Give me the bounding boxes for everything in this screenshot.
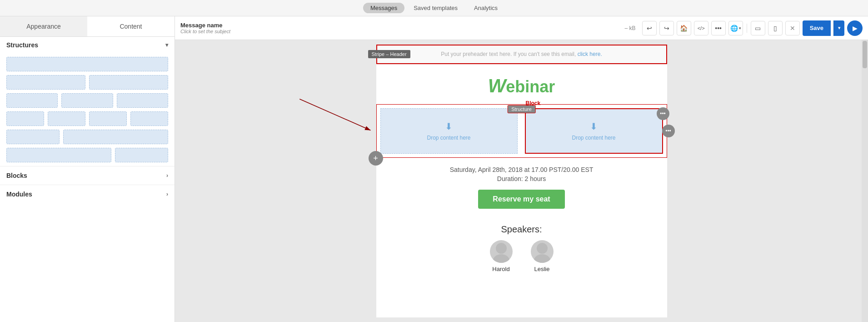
nav-tab-messages[interactable]: Messages <box>363 3 404 13</box>
play-button[interactable]: ▶ <box>847 20 863 36</box>
preheader-text: Put your preheader text here. If you can… <box>441 51 602 57</box>
struct-row-4 <box>6 111 168 126</box>
row-more-options[interactable]: ••• <box>662 125 675 137</box>
webinar-w-letter: W <box>488 75 506 96</box>
structure-4col-3[interactable] <box>89 111 127 126</box>
canvas-area: Stripe – Header Put your preheader text … <box>175 40 868 322</box>
stripe-header-label: Stripe – Header <box>368 50 410 58</box>
stripe-header-block: Stripe – Header Put your preheader text … <box>376 45 667 64</box>
speaker-leslie: Leslie <box>531 240 554 272</box>
structure-2col-right[interactable] <box>89 75 168 90</box>
scrollbar[interactable] <box>862 40 868 322</box>
speaker-leslie-name: Leslie <box>534 266 550 272</box>
redo-button[interactable]: ↪ <box>659 21 674 35</box>
structures-grid <box>0 53 175 166</box>
speakers-section: Speakers: Harold <box>376 217 667 280</box>
home-icon: 🏠 <box>680 25 688 32</box>
chevron-down-icon: ▾ <box>739 26 741 30</box>
preheader-link[interactable]: click here. <box>578 51 602 57</box>
block-more-options[interactable]: ••• <box>657 107 669 120</box>
webinar-header: Webinar <box>376 64 667 104</box>
speaker-harold-name: Harold <box>492 266 509 272</box>
nav-tab-analytics[interactable]: Analytics <box>467 3 505 13</box>
more-button[interactable]: ••• <box>711 21 726 35</box>
panel-tabs: Appearance Content <box>0 16 175 37</box>
drop-text-right: Drop content here <box>572 135 615 141</box>
nav-tab-saved-templates[interactable]: Saved templates <box>406 3 465 13</box>
date-line: Saturday, April 28th, 2018 at 17.00 PST/… <box>385 166 658 173</box>
structure-2unequal-left[interactable] <box>6 130 60 144</box>
desktop-view-button[interactable]: ▭ <box>751 21 765 35</box>
dots-icon: ••• <box>660 111 666 117</box>
structure-2col-left[interactable] <box>6 75 85 90</box>
drop-zones-container: Structure ⬇ Drop content here Block ⬇ Dr… <box>376 104 667 158</box>
speaker-leslie-avatar <box>531 240 554 263</box>
modules-arrow-icon: › <box>166 191 168 197</box>
avatar-harold-img <box>490 240 513 263</box>
scrollbar-thumb <box>863 41 867 68</box>
structure-4col-2[interactable] <box>48 111 85 126</box>
blocks-arrow-icon: › <box>166 172 168 179</box>
preheader-bar[interactable]: Put your preheader text here. If you can… <box>377 45 666 63</box>
undo-button[interactable]: ↩ <box>642 21 657 35</box>
drop-zone-left[interactable]: ⬇ Drop content here <box>380 108 518 154</box>
drop-icon-left: ⬇ <box>445 121 453 132</box>
structure-wide-right[interactable] <box>115 148 168 162</box>
speakers-title: Speakers: <box>385 224 658 235</box>
modules-section[interactable]: Modules › <box>0 185 175 203</box>
structure-2unequal-right[interactable] <box>63 130 168 144</box>
kb-info: – kB <box>625 25 636 31</box>
svg-point-4 <box>537 243 548 254</box>
structure-label-badge: Structure <box>507 105 536 113</box>
webinar-rest: ebinar <box>506 77 555 96</box>
message-subject[interactable]: Click to set the subject <box>180 29 622 34</box>
structures-chevron-icon: ▾ <box>165 42 168 48</box>
webinar-title: Webinar <box>385 75 658 97</box>
modules-label: Modules <box>6 191 32 198</box>
reserve-seat-button[interactable]: Reserve my seat <box>478 190 564 209</box>
code-icon: </> <box>698 25 705 31</box>
structure-4col-1[interactable] <box>6 111 44 126</box>
speaker-harold: Harold <box>490 240 513 272</box>
save-button[interactable]: Save <box>803 20 831 36</box>
redo-icon: ↪ <box>664 25 669 32</box>
more-icon: ••• <box>715 25 722 32</box>
row-dots-icon: ••• <box>665 128 671 134</box>
message-name[interactable]: Message name <box>180 22 622 29</box>
structure-4col-4[interactable] <box>130 111 168 126</box>
code-button[interactable]: </> <box>694 21 708 35</box>
structure-3col-1[interactable] <box>6 93 58 108</box>
language-button[interactable]: 🌐 ▾ <box>728 21 743 35</box>
struct-row-6 <box>6 148 168 162</box>
speaker-harold-avatar <box>490 240 513 263</box>
structures-header[interactable]: Structures ▾ <box>0 37 175 53</box>
tab-appearance[interactable]: Appearance <box>0 16 87 36</box>
tab-content[interactable]: Content <box>87 16 175 36</box>
desktop-icon: ▭ <box>755 25 761 32</box>
close-button[interactable]: ✕ <box>785 21 800 35</box>
drop-zone-right[interactable]: Block ⬇ Drop content here ••• <box>525 108 663 154</box>
blocks-section[interactable]: Blocks › <box>0 166 175 185</box>
main-layout: Appearance Content Structures ▾ <box>0 16 868 322</box>
avatar-leslie-img <box>531 240 554 263</box>
toolbar-separator <box>747 24 747 33</box>
duration-line: Duration: 2 hours <box>385 175 658 182</box>
plus-icon: + <box>373 154 378 163</box>
structure-3col-3[interactable] <box>117 93 168 108</box>
svg-point-3 <box>493 254 509 263</box>
mobile-view-button[interactable]: ▯ <box>768 21 783 35</box>
home-button[interactable]: 🏠 <box>677 21 691 35</box>
blocks-label: Blocks <box>6 172 27 179</box>
left-panel: Appearance Content Structures ▾ <box>0 16 175 322</box>
add-structure-button[interactable]: + <box>369 151 383 166</box>
structure-1col[interactable] <box>6 57 168 71</box>
save-dropdown-button[interactable]: ▾ <box>833 20 844 36</box>
structure-3col-2[interactable] <box>61 93 113 108</box>
drop-icon-right: ⬇ <box>590 121 598 132</box>
drop-text-left: Drop content here <box>427 135 470 141</box>
mobile-icon: ▯ <box>773 25 777 32</box>
close-icon: ✕ <box>790 25 795 32</box>
svg-line-1 <box>299 99 370 131</box>
structure-wide-left[interactable] <box>6 148 111 162</box>
play-icon: ▶ <box>853 25 858 32</box>
